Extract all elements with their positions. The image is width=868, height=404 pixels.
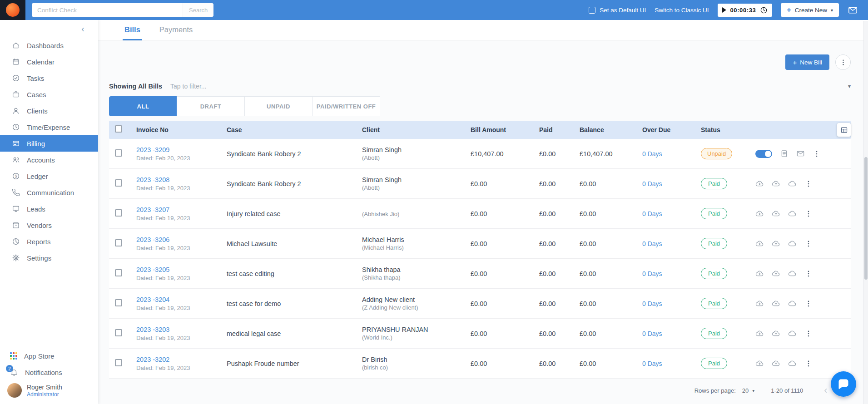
previous-page-button[interactable] — [819, 385, 832, 395]
row-menu-icon[interactable] — [804, 330, 813, 338]
vertical-scrollbar[interactable] — [863, 21, 868, 404]
create-new-button[interactable]: Create New — [781, 3, 839, 17]
cloud-download-icon[interactable] — [755, 269, 764, 278]
row-checkbox[interactable] — [115, 179, 122, 187]
tab-bills[interactable]: Bills — [123, 25, 142, 40]
send-email-icon[interactable] — [796, 149, 805, 158]
select-all-checkbox[interactable] — [115, 125, 122, 133]
cloud-download-icon[interactable] — [755, 179, 764, 188]
invoice-document-icon[interactable] — [780, 149, 789, 158]
row-checkbox[interactable] — [115, 359, 122, 366]
invoice-link[interactable]: 2023 -3206 — [136, 236, 223, 243]
search-button[interactable]: Search — [183, 3, 213, 17]
app-store-item[interactable]: App Store — [0, 348, 98, 364]
invoice-link[interactable]: 2023 -3209 — [136, 146, 223, 153]
chat-widget-button[interactable] — [831, 371, 856, 397]
cloud-icon[interactable] — [788, 359, 797, 368]
filter-hint[interactable]: Tap to filter... — [170, 83, 206, 90]
sidebar-item[interactable]: Time/Expense — [0, 119, 98, 135]
cloud-icon[interactable] — [788, 179, 797, 188]
cloud-download-icon[interactable] — [755, 299, 764, 308]
row-checkbox[interactable] — [115, 329, 122, 336]
row-checkbox[interactable] — [115, 239, 122, 246]
sidebar-item[interactable]: Ledger — [0, 168, 98, 184]
overdue-link[interactable]: 0 Days — [642, 360, 662, 367]
row-menu-icon[interactable] — [804, 240, 813, 248]
sidebar-item[interactable]: Tasks — [0, 70, 98, 86]
cloud-download-icon[interactable] — [755, 329, 764, 338]
overdue-link[interactable]: 0 Days — [642, 330, 662, 337]
cloud-upload-icon[interactable] — [772, 179, 780, 188]
sidebar-item[interactable]: Reports — [0, 233, 98, 250]
row-checkbox[interactable] — [115, 149, 122, 157]
tab-payments[interactable]: Payments — [158, 25, 194, 40]
user-profile[interactable]: Roger Smith Administrator — [0, 380, 98, 401]
filter-tab[interactable]: DRAFT — [177, 96, 245, 116]
invoice-link[interactable]: 2023 -3205 — [136, 266, 223, 273]
filter-tab[interactable]: UNPAID — [244, 96, 312, 116]
overdue-link[interactable]: 0 Days — [642, 180, 662, 187]
cloud-upload-icon[interactable] — [772, 269, 780, 278]
sidebar-item[interactable]: Billing — [0, 135, 98, 152]
row-menu-icon[interactable] — [804, 180, 813, 188]
invoice-link[interactable]: 2023 -3208 — [136, 176, 223, 183]
sidebar-item[interactable]: Accounts — [0, 152, 98, 168]
cloud-icon[interactable] — [788, 209, 797, 218]
cloud-icon[interactable] — [788, 269, 797, 278]
column-settings-button[interactable] — [837, 123, 851, 137]
set-default-ui-option[interactable]: Set as Default UI — [589, 7, 646, 14]
row-checkbox[interactable] — [115, 209, 122, 217]
cloud-upload-icon[interactable] — [772, 209, 780, 218]
sidebar-collapse-icon[interactable] — [81, 24, 84, 33]
row-checkbox[interactable] — [115, 269, 122, 276]
set-default-checkbox[interactable] — [589, 7, 595, 14]
overdue-link[interactable]: 0 Days — [642, 270, 662, 277]
row-checkbox[interactable] — [115, 299, 122, 306]
row-menu-icon[interactable] — [804, 270, 813, 278]
mail-icon[interactable] — [848, 5, 858, 15]
sidebar-item[interactable]: Settings — [0, 250, 98, 266]
sidebar-item[interactable]: Cases — [0, 86, 98, 103]
row-menu-icon[interactable] — [804, 210, 813, 218]
new-bill-button[interactable]: New Bill — [785, 54, 829, 70]
cloud-download-icon[interactable] — [755, 209, 764, 218]
cloud-upload-icon[interactable] — [772, 239, 780, 248]
switch-classic-link[interactable]: Switch to Classic UI — [655, 7, 709, 14]
search-input[interactable] — [32, 3, 183, 17]
invoice-link[interactable]: 2023 -3207 — [136, 206, 223, 213]
row-menu-icon[interactable] — [804, 360, 813, 368]
cloud-upload-icon[interactable] — [772, 299, 780, 308]
collapse-filters-icon[interactable] — [848, 83, 851, 89]
overdue-link[interactable]: 0 Days — [642, 210, 662, 217]
page-menu-button[interactable] — [835, 54, 851, 70]
invoice-link[interactable]: 2023 -3204 — [136, 296, 223, 303]
cloud-icon[interactable] — [788, 299, 797, 308]
cloud-upload-icon[interactable] — [772, 329, 780, 338]
play-icon[interactable] — [722, 7, 726, 13]
overdue-link[interactable]: 0 Days — [642, 300, 662, 307]
sidebar-item[interactable]: Leads — [0, 201, 98, 217]
scrollbar-thumb[interactable] — [864, 157, 868, 280]
filter-tab[interactable]: PAID/WRITTEN OFF — [312, 96, 380, 116]
overdue-link[interactable]: 0 Days — [642, 150, 662, 158]
invoice-link[interactable]: 2023 -3202 — [136, 356, 223, 363]
notifications-item[interactable]: 2 Notifications — [0, 364, 98, 380]
sidebar-item[interactable]: Calendar — [0, 54, 98, 70]
rows-per-page-select[interactable]: 20 — [742, 387, 755, 394]
cloud-download-icon[interactable] — [755, 239, 764, 248]
sidebar-item[interactable]: Communication — [0, 184, 98, 201]
invoice-link[interactable]: 2023 -3203 — [136, 326, 223, 333]
cloud-upload-icon[interactable] — [772, 359, 780, 368]
cloud-icon[interactable] — [788, 329, 797, 338]
clock-icon[interactable] — [760, 6, 768, 14]
row-menu-icon[interactable] — [804, 300, 813, 308]
bill-active-toggle[interactable] — [755, 150, 772, 158]
filter-tab[interactable]: ALL — [109, 96, 177, 116]
row-menu-icon[interactable] — [813, 150, 821, 158]
overdue-link[interactable]: 0 Days — [642, 240, 662, 247]
cloud-download-icon[interactable] — [755, 359, 764, 368]
sidebar-item[interactable]: Clients — [0, 103, 98, 119]
sidebar-item[interactable]: Vendors — [0, 217, 98, 233]
sidebar-item[interactable]: Dashboards — [0, 37, 98, 54]
cloud-icon[interactable] — [788, 239, 797, 248]
